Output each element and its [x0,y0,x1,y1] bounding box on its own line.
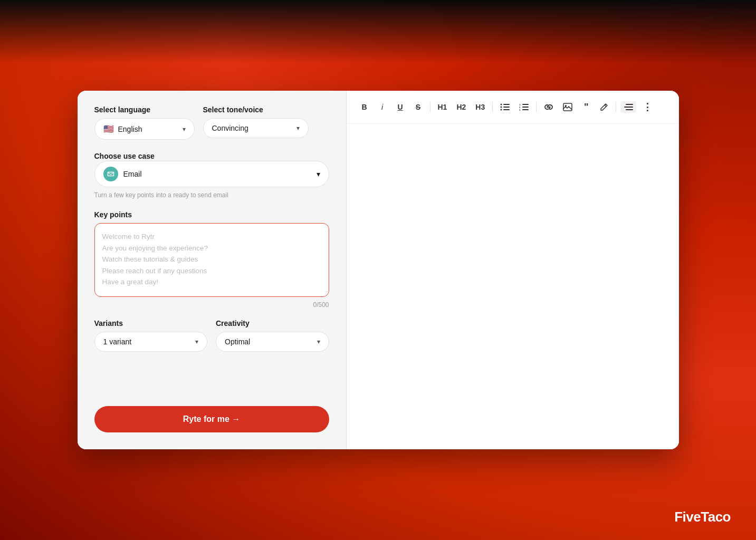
variants-label: Variants [94,319,208,327]
creativity-label: Creativity [216,319,329,327]
svg-text:3.: 3. [519,109,521,111]
ryte-for-me-button[interactable]: Ryte for me → [94,406,329,432]
tone-chevron-icon: ▾ [296,124,300,132]
use-case-value: Email [123,170,142,178]
creativity-value: Optimal [225,338,250,346]
language-chevron-icon: ▾ [183,126,186,133]
key-points-input[interactable] [94,223,329,297]
editor-toolbar: B i U S H1 H2 H3 [347,91,679,124]
svg-line-15 [605,105,606,107]
left-panel: Select language 🇺🇸 English ▾ Select tone… [78,91,347,449]
h1-button[interactable]: H1 [435,101,451,113]
editor-area[interactable] [347,124,679,449]
more-options-button[interactable]: ⋮ [639,99,656,115]
underline-button[interactable]: U [393,101,408,113]
variants-creativity-row: Variants 1 variant ▾ Creativity Optimal … [94,319,329,352]
tone-select[interactable]: Convincing ▾ [203,118,309,138]
toolbar-separator-4 [616,102,616,112]
svg-rect-17 [624,107,633,108]
tone-label: Select tone/voice [203,105,309,114]
svg-rect-1 [503,107,510,108]
toolbar-separator-3 [536,102,537,112]
quote-button[interactable]: " [579,100,594,115]
brand-watermark: FiveTaco [674,509,731,525]
bullet-list-button[interactable] [497,101,513,113]
language-field-group: Select language 🇺🇸 English ▾ [94,105,195,140]
language-value: English [118,125,142,133]
variants-chevron-icon: ▾ [195,338,198,345]
creativity-field-group: Creativity Optimal ▾ [216,319,329,352]
svg-point-3 [501,104,502,105]
svg-rect-0 [503,104,510,105]
flag-icon: 🇺🇸 [103,124,114,134]
h3-button[interactable]: H3 [472,101,488,113]
bold-button[interactable]: B [357,101,372,113]
ryte-btn-label: Ryte for me → [183,414,240,424]
ordered-list-button[interactable]: 1. 2. 3. [516,101,532,113]
pen-button[interactable] [597,101,611,113]
creativity-chevron-icon: ▾ [317,338,320,345]
key-points-section: Key points 0/500 [94,210,329,317]
use-case-label: Choose use case [94,152,155,160]
svg-rect-2 [503,109,510,110]
h2-button[interactable]: H2 [453,101,469,113]
variants-value: 1 variant [103,338,132,346]
email-icon [103,167,118,181]
char-count: 0/500 [94,301,329,308]
italic-button[interactable]: i [375,101,390,113]
language-select[interactable]: 🇺🇸 English ▾ [94,118,195,140]
creativity-select[interactable]: Optimal ▾ [216,332,329,352]
use-case-hint: Turn a few key points into a ready to se… [94,191,329,199]
svg-point-5 [501,109,502,111]
svg-point-4 [501,107,502,108]
svg-rect-7 [522,107,529,108]
tone-field-group: Select tone/voice Convincing ▾ [203,105,309,140]
svg-rect-18 [626,109,633,110]
toolbar-separator-1 [430,102,430,112]
variants-select[interactable]: 1 variant ▾ [94,332,208,352]
align-right-button[interactable] [620,101,636,113]
strikethrough-button[interactable]: S [411,101,426,113]
svg-rect-8 [522,109,529,110]
svg-rect-16 [626,104,633,105]
right-panel: B i U S H1 H2 H3 [347,91,679,449]
use-case-section: Choose use case Email ▾ Turn a few key p… [94,151,329,207]
top-selects-row: Select language 🇺🇸 English ▾ Select tone… [94,105,329,140]
toolbar-separator-2 [492,102,493,112]
main-card: Select language 🇺🇸 English ▾ Select tone… [78,91,679,449]
language-label: Select language [94,105,195,114]
link-button[interactable] [541,102,557,112]
tone-value: Convincing [212,124,248,132]
key-points-label: Key points [94,210,329,219]
variants-field-group: Variants 1 variant ▾ [94,319,208,352]
svg-rect-6 [522,104,529,105]
use-case-chevron-icon: ▾ [317,170,320,178]
use-case-select[interactable]: Email ▾ [94,161,329,187]
image-button[interactable] [560,101,576,113]
